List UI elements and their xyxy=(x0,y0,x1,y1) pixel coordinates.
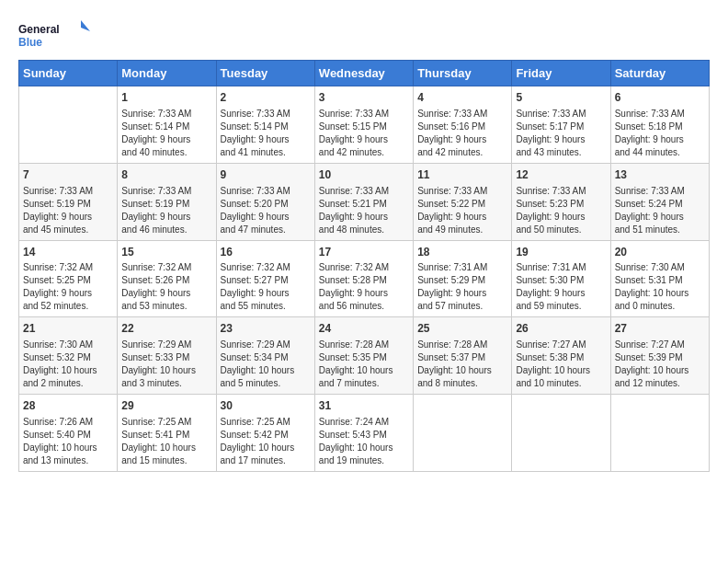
day-number: 18 xyxy=(417,245,507,260)
day-number: 8 xyxy=(121,167,211,183)
day-number: 5 xyxy=(516,90,606,106)
logo: General Blue xyxy=(18,18,92,51)
day-number: 16 xyxy=(221,245,311,260)
calendar-cell: 30Sunrise: 7:25 AM Sunset: 5:42 PM Dayli… xyxy=(216,395,314,472)
cell-info: Sunrise: 7:29 AM Sunset: 5:33 PM Dayligh… xyxy=(121,339,211,390)
day-number: 2 xyxy=(221,90,311,106)
calendar-cell: 8Sunrise: 7:33 AM Sunset: 5:19 PM Daylig… xyxy=(118,163,216,240)
cell-info: Sunrise: 7:33 AM Sunset: 5:21 PM Dayligh… xyxy=(319,185,409,236)
calendar-cell: 12Sunrise: 7:33 AM Sunset: 5:23 PM Dayli… xyxy=(512,163,610,240)
day-of-week-header: Thursday xyxy=(414,61,512,86)
calendar-cell xyxy=(512,395,610,472)
day-number: 28 xyxy=(23,398,113,414)
cell-info: Sunrise: 7:33 AM Sunset: 5:20 PM Dayligh… xyxy=(221,185,311,236)
day-of-week-header: Friday xyxy=(512,61,610,86)
calendar-cell: 17Sunrise: 7:32 AM Sunset: 5:28 PM Dayli… xyxy=(314,240,413,317)
calendar-week-row: 1Sunrise: 7:33 AM Sunset: 5:14 PM Daylig… xyxy=(19,86,710,164)
cell-info: Sunrise: 7:27 AM Sunset: 5:39 PM Dayligh… xyxy=(615,339,705,390)
calendar-table: SundayMondayTuesdayWednesdayThursdayFrid… xyxy=(18,60,710,472)
day-number: 4 xyxy=(417,90,507,106)
page-header: General Blue xyxy=(18,18,710,51)
day-number: 30 xyxy=(221,398,311,414)
calendar-cell: 31Sunrise: 7:24 AM Sunset: 5:43 PM Dayli… xyxy=(314,395,413,472)
calendar-cell: 5Sunrise: 7:33 AM Sunset: 5:17 PM Daylig… xyxy=(512,86,610,164)
day-number: 14 xyxy=(23,245,113,260)
cell-info: Sunrise: 7:31 AM Sunset: 5:29 PM Dayligh… xyxy=(417,261,507,313)
calendar-cell: 16Sunrise: 7:32 AM Sunset: 5:27 PM Dayli… xyxy=(216,240,314,317)
day-number: 21 xyxy=(23,321,113,337)
cell-info: Sunrise: 7:29 AM Sunset: 5:34 PM Dayligh… xyxy=(221,339,311,390)
svg-marker-2 xyxy=(81,20,90,31)
cell-info: Sunrise: 7:31 AM Sunset: 5:30 PM Dayligh… xyxy=(516,261,606,313)
cell-info: Sunrise: 7:33 AM Sunset: 5:17 PM Dayligh… xyxy=(516,108,606,159)
calendar-cell: 19Sunrise: 7:31 AM Sunset: 5:30 PM Dayli… xyxy=(512,240,610,317)
day-number: 22 xyxy=(121,321,211,337)
cell-info: Sunrise: 7:27 AM Sunset: 5:38 PM Dayligh… xyxy=(516,339,606,390)
day-number: 29 xyxy=(121,398,211,414)
day-number: 3 xyxy=(319,90,409,106)
calendar-cell: 6Sunrise: 7:33 AM Sunset: 5:18 PM Daylig… xyxy=(610,86,709,164)
day-number: 7 xyxy=(23,167,113,183)
calendar-cell: 13Sunrise: 7:33 AM Sunset: 5:24 PM Dayli… xyxy=(610,163,709,240)
day-number: 19 xyxy=(516,245,606,260)
calendar-cell: 24Sunrise: 7:28 AM Sunset: 5:35 PM Dayli… xyxy=(314,317,413,395)
day-number: 31 xyxy=(319,398,409,414)
calendar-cell: 2Sunrise: 7:33 AM Sunset: 5:14 PM Daylig… xyxy=(216,86,314,164)
calendar-cell: 3Sunrise: 7:33 AM Sunset: 5:15 PM Daylig… xyxy=(314,86,413,164)
cell-info: Sunrise: 7:25 AM Sunset: 5:41 PM Dayligh… xyxy=(121,416,211,467)
svg-text:Blue: Blue xyxy=(18,36,42,49)
day-number: 26 xyxy=(516,321,606,337)
cell-info: Sunrise: 7:28 AM Sunset: 5:35 PM Dayligh… xyxy=(319,339,409,390)
day-number: 27 xyxy=(615,321,705,337)
cell-info: Sunrise: 7:33 AM Sunset: 5:15 PM Dayligh… xyxy=(319,108,409,159)
day-number: 9 xyxy=(221,167,311,183)
day-number: 12 xyxy=(516,167,606,183)
cell-info: Sunrise: 7:33 AM Sunset: 5:24 PM Dayligh… xyxy=(615,185,705,236)
day-number: 20 xyxy=(615,245,705,260)
calendar-cell: 10Sunrise: 7:33 AM Sunset: 5:21 PM Dayli… xyxy=(314,163,413,240)
calendar-cell: 26Sunrise: 7:27 AM Sunset: 5:38 PM Dayli… xyxy=(512,317,610,395)
day-number: 24 xyxy=(319,321,409,337)
day-number: 23 xyxy=(221,321,311,337)
day-of-week-header: Monday xyxy=(118,61,216,86)
calendar-header-row: SundayMondayTuesdayWednesdayThursdayFrid… xyxy=(19,61,710,86)
calendar-cell: 18Sunrise: 7:31 AM Sunset: 5:29 PM Dayli… xyxy=(414,240,512,317)
logo-icon: General Blue xyxy=(18,18,92,51)
day-of-week-header: Tuesday xyxy=(216,61,314,86)
day-number: 15 xyxy=(121,245,211,260)
cell-info: Sunrise: 7:30 AM Sunset: 5:31 PM Dayligh… xyxy=(615,261,705,313)
cell-info: Sunrise: 7:26 AM Sunset: 5:40 PM Dayligh… xyxy=(23,416,113,467)
day-number: 11 xyxy=(417,167,507,183)
calendar-cell: 4Sunrise: 7:33 AM Sunset: 5:16 PM Daylig… xyxy=(414,86,512,164)
cell-info: Sunrise: 7:28 AM Sunset: 5:37 PM Dayligh… xyxy=(417,339,507,390)
svg-text:General: General xyxy=(18,23,60,36)
calendar-week-row: 28Sunrise: 7:26 AM Sunset: 5:40 PM Dayli… xyxy=(19,395,710,472)
day-number: 25 xyxy=(417,321,507,337)
cell-info: Sunrise: 7:33 AM Sunset: 5:18 PM Dayligh… xyxy=(615,108,705,159)
calendar-cell xyxy=(610,395,709,472)
day-of-week-header: Saturday xyxy=(610,61,709,86)
cell-info: Sunrise: 7:32 AM Sunset: 5:26 PM Dayligh… xyxy=(121,261,211,313)
calendar-cell: 20Sunrise: 7:30 AM Sunset: 5:31 PM Dayli… xyxy=(610,240,709,317)
cell-info: Sunrise: 7:32 AM Sunset: 5:28 PM Dayligh… xyxy=(319,261,409,313)
calendar-cell: 11Sunrise: 7:33 AM Sunset: 5:22 PM Dayli… xyxy=(414,163,512,240)
calendar-cell: 1Sunrise: 7:33 AM Sunset: 5:14 PM Daylig… xyxy=(118,86,216,164)
day-number: 17 xyxy=(319,245,409,260)
cell-info: Sunrise: 7:33 AM Sunset: 5:23 PM Dayligh… xyxy=(516,185,606,236)
cell-info: Sunrise: 7:30 AM Sunset: 5:32 PM Dayligh… xyxy=(23,339,113,390)
cell-info: Sunrise: 7:33 AM Sunset: 5:19 PM Dayligh… xyxy=(23,185,113,236)
calendar-week-row: 21Sunrise: 7:30 AM Sunset: 5:32 PM Dayli… xyxy=(19,317,710,395)
calendar-cell: 25Sunrise: 7:28 AM Sunset: 5:37 PM Dayli… xyxy=(414,317,512,395)
cell-info: Sunrise: 7:33 AM Sunset: 5:22 PM Dayligh… xyxy=(417,185,507,236)
calendar-cell: 21Sunrise: 7:30 AM Sunset: 5:32 PM Dayli… xyxy=(19,317,118,395)
calendar-cell: 23Sunrise: 7:29 AM Sunset: 5:34 PM Dayli… xyxy=(216,317,314,395)
calendar-cell xyxy=(19,86,118,164)
calendar-week-row: 14Sunrise: 7:32 AM Sunset: 5:25 PM Dayli… xyxy=(19,240,710,317)
cell-info: Sunrise: 7:25 AM Sunset: 5:42 PM Dayligh… xyxy=(221,416,311,467)
day-number: 10 xyxy=(319,167,409,183)
cell-info: Sunrise: 7:33 AM Sunset: 5:19 PM Dayligh… xyxy=(121,185,211,236)
calendar-cell: 14Sunrise: 7:32 AM Sunset: 5:25 PM Dayli… xyxy=(19,240,118,317)
calendar-cell: 29Sunrise: 7:25 AM Sunset: 5:41 PM Dayli… xyxy=(118,395,216,472)
calendar-cell: 9Sunrise: 7:33 AM Sunset: 5:20 PM Daylig… xyxy=(216,163,314,240)
calendar-cell: 28Sunrise: 7:26 AM Sunset: 5:40 PM Dayli… xyxy=(19,395,118,472)
